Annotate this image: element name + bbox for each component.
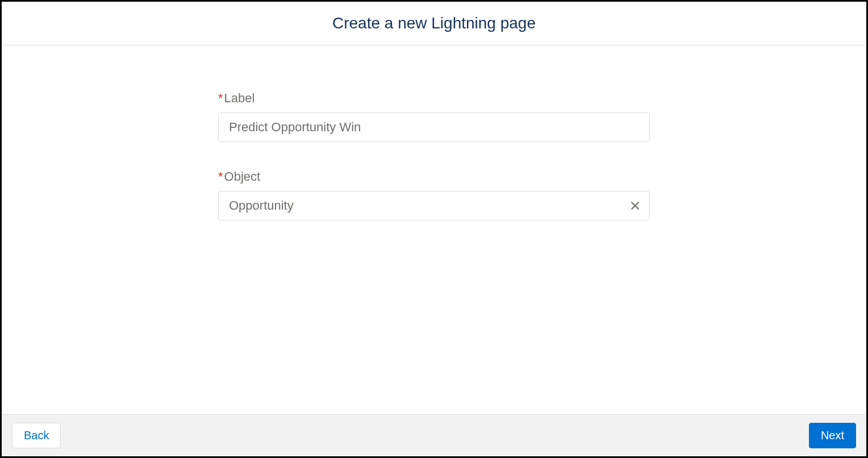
object-input[interactable] — [218, 191, 650, 220]
next-button[interactable]: Next — [809, 423, 856, 448]
form: *Label *Object — [218, 91, 650, 414]
object-combobox — [218, 191, 650, 220]
modal-header: Create a new Lightning page — [2, 2, 866, 45]
label-text: Label — [224, 91, 255, 105]
label-input[interactable] — [218, 113, 650, 142]
required-indicator: * — [218, 91, 223, 105]
object-field-group: *Object — [218, 169, 650, 220]
clear-object-button[interactable] — [627, 198, 643, 214]
required-indicator: * — [218, 169, 223, 184]
modal-content: *Label *Object — [2, 45, 866, 414]
page-title: Create a new Lightning page — [2, 14, 866, 32]
object-field-label: *Object — [218, 169, 650, 184]
label-field-group: *Label — [218, 91, 650, 142]
object-label-text: Object — [224, 169, 261, 184]
close-icon — [629, 200, 641, 211]
back-button[interactable]: Back — [12, 423, 61, 448]
modal-footer: Back Next — [2, 414, 866, 456]
label-field-label: *Label — [218, 91, 650, 106]
